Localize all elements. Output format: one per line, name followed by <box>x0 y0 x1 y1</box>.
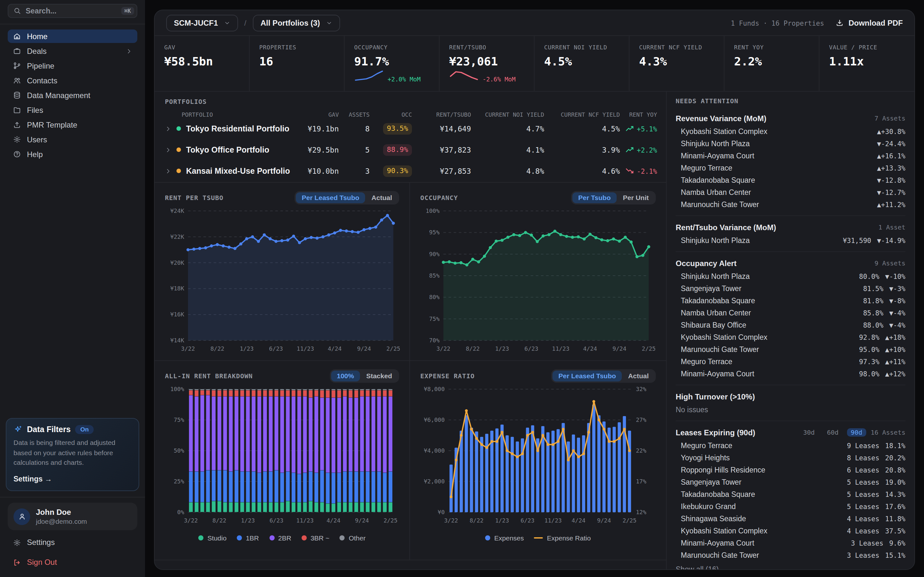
range-pill-60d[interactable]: 60d <box>823 428 842 437</box>
attention-item[interactable]: Shibaura Bay Office88.0%▼-4% <box>676 319 905 331</box>
sidebar-item-pmr-template[interactable]: PMR Template <box>8 118 137 131</box>
attention-item[interactable]: Minami-Aoyama Court▲+16.1% <box>676 149 905 161</box>
dashboard-header: SCM-JUCF1 / All Portfolios (3) 1 Funds ·… <box>155 10 914 36</box>
toggle-stacked[interactable]: Stacked <box>360 370 398 381</box>
attention-item[interactable]: Kyobashi Station Complex92.8%▲+18% <box>676 331 905 343</box>
attention-item[interactable]: Shinjuku North Plaza▼-24.4% <box>676 137 905 149</box>
attention-item[interactable]: Yoyogi Heights8 Leases20.2% <box>676 451 905 464</box>
attention-item[interactable]: Sangenjaya Tower81.5%▼-3% <box>676 282 905 294</box>
attention-item[interactable]: Roppongi Hills Residence6 Leases20.8% <box>676 464 905 476</box>
attention-item[interactable]: Shinjuku North Plaza¥31,590▼-14.9% <box>676 234 905 246</box>
svg-text:4/24: 4/24 <box>583 345 597 352</box>
svg-text:6/23: 6/23 <box>525 345 538 352</box>
kpi-value: 1.11x <box>829 55 909 68</box>
fund-select[interactable]: SCM-JUCF1 <box>166 15 238 31</box>
attention-section-header: Leases Expiring (90d)30d60d90d16 Assets <box>676 426 905 439</box>
attention-item[interactable]: Takadanobaba Square81.8%▼-8% <box>676 294 905 306</box>
folder-icon <box>13 106 21 114</box>
asset-delta: ▼-3% <box>889 284 905 292</box>
asset-value: 3 Leases <box>847 551 879 559</box>
svg-text:90%: 90% <box>429 251 439 258</box>
asset-values: 4 Leases37.5% <box>847 527 905 534</box>
range-pill-30d[interactable]: 30d <box>799 428 819 437</box>
attention-item[interactable]: Kyobashi Station Complex4 Leases37.5% <box>676 524 905 537</box>
svg-text:75%: 75% <box>429 316 439 322</box>
occupancy-chart: OCCUPANCYPer TsuboPer Unit70%75%80%85%90… <box>410 183 666 361</box>
sidebar-item-pipeline[interactable]: Pipeline <box>8 59 137 73</box>
attention-item[interactable]: Meguro Terrace▲+13.3% <box>676 161 905 174</box>
sidebar-item-help[interactable]: Help <box>8 147 137 161</box>
toggle-per-leased-tsubo[interactable]: Per Leased Tsubo <box>296 192 365 203</box>
occupancy-badge: 93.5% <box>383 123 412 134</box>
chart-canvas: 0%25%50%75%100%3/228/221/236/2311/234/24… <box>165 384 400 526</box>
attention-item[interactable]: Kyobashi Station Complex▲+30.8% <box>676 125 905 137</box>
range-pill-90d[interactable]: 90d <box>847 428 866 437</box>
user-card[interactable]: John Doe jdoe@demo.com <box>8 503 137 530</box>
asset-values: ▼-24.4% <box>877 139 905 147</box>
assets-cell: 3 <box>339 166 370 175</box>
sidebar-item-files[interactable]: Files <box>8 103 137 117</box>
attention-item[interactable]: Meguro Terrace9 Leases18.1% <box>676 439 905 451</box>
dashboard-card: SCM-JUCF1 / All Portfolios (3) 1 Funds ·… <box>154 10 915 570</box>
attention-sections: Revenue Variance (MoM)7 AssetsKyobashi S… <box>676 105 905 570</box>
attention-item[interactable]: Marunouchi Gate Tower95.0%▲+10% <box>676 343 905 355</box>
download-icon <box>836 19 844 27</box>
sidebar-item-users[interactable]: Users <box>8 133 137 146</box>
table-row[interactable]: Tokyo Residential Portfolio¥19.1bn893.5%… <box>165 118 656 139</box>
asset-delta: ▲+10% <box>885 345 905 353</box>
toggle-per-tsubo[interactable]: Per Tsubo <box>572 192 616 203</box>
toggle-per-unit[interactable]: Per Unit <box>617 192 654 203</box>
sign-out-button[interactable]: Sign Out <box>8 555 137 569</box>
asset-value: 80.0% <box>859 272 879 280</box>
search-input[interactable]: Search... ⌘K <box>8 4 137 18</box>
sidebar-item-deals[interactable]: Deals <box>8 44 137 58</box>
table-row[interactable]: Tokyo Office Portfolio¥29.5bn588.9%¥37,8… <box>165 139 656 160</box>
toggle-per-leased-tsubo[interactable]: Per Leased Tsubo <box>552 370 622 381</box>
chevron-down-icon <box>326 19 332 26</box>
attention-item[interactable]: Shinjuku North Plaza80.0%▼-10% <box>676 270 905 282</box>
download-pdf-button[interactable]: Download PDF <box>836 18 903 27</box>
kpi-delta: +2.0% MoM <box>388 76 421 83</box>
legend-dot-swatch <box>485 535 491 540</box>
table-row[interactable]: Kansai Mixed-Use Portfolio¥10.0bn390.3%¥… <box>165 160 656 181</box>
attention-item[interactable]: Sangenjaya Tower5 Leases19.0% <box>676 476 905 488</box>
show-all-link[interactable]: Show all (16) <box>676 566 905 570</box>
svg-text:2/25: 2/25 <box>642 345 655 352</box>
attention-section-header: Rent/Tsubo Variance (MoM)1 Asset <box>676 221 905 234</box>
attention-item[interactable]: Takadanobaba Square5 Leases14.3% <box>676 488 905 500</box>
asset-values: 4 Leases11.8% <box>847 514 905 522</box>
toggle-actual[interactable]: Actual <box>622 370 654 381</box>
attention-item[interactable]: Marunouchi Gate Tower3 Leases15.1% <box>676 549 905 561</box>
toggle-100-[interactable]: 100% <box>331 370 360 381</box>
attention-item[interactable]: Shinagawa Seaside4 Leases11.8% <box>676 512 905 524</box>
svg-text:27%: 27% <box>636 416 646 423</box>
pipeline-icon <box>13 61 21 70</box>
asset-name: Takadanobaba Square <box>681 297 755 304</box>
toggle-actual[interactable]: Actual <box>366 192 398 203</box>
kpi-label: RENT YOY <box>734 44 814 51</box>
portfolio-select[interactable]: All Portfolios (3) <box>253 15 340 31</box>
portfolios-panel: PORTFOLIOS PORTFOLIOGAVASSETSOCCRENT/TSU… <box>155 92 666 183</box>
attention-item[interactable]: Ikebukuro Grand5 Leases17.6% <box>676 500 905 512</box>
sidebar-item-data-management[interactable]: Data Management <box>8 89 137 102</box>
attention-item[interactable]: Takadanobaba Square▼-12.8% <box>676 174 905 186</box>
attention-item[interactable]: Marunouchi Gate Tower▲+11.2% <box>676 198 905 210</box>
asset-value: 95.0% <box>859 345 879 353</box>
column-header: PORTFOLIO <box>165 111 300 118</box>
gear-icon <box>13 135 21 143</box>
sidebar-item-settings[interactable]: Settings <box>8 535 137 550</box>
legend-dot-swatch <box>269 535 274 540</box>
attention-item[interactable]: Namba Urban Center85.8%▼-4% <box>676 306 905 319</box>
sidebar-item-home[interactable]: Home <box>8 29 137 43</box>
svg-text:9/24: 9/24 <box>612 345 626 352</box>
chart-title: RENT PER TSUBO <box>165 194 224 201</box>
user-name: John Doe <box>36 508 87 517</box>
attention-item[interactable]: Minami-Aoyama Court98.0%▲+12% <box>676 367 905 380</box>
svg-text:¥8,000: ¥8,000 <box>424 386 445 392</box>
attention-item[interactable]: Namba Urban Center▼-12.7% <box>676 186 905 198</box>
attention-item[interactable]: Minami-Aoyama Court3 Leases9.6% <box>676 537 905 549</box>
attention-item[interactable]: Meguro Terrace97.3%▲+11% <box>676 355 905 367</box>
svg-text:8/22: 8/22 <box>210 345 224 352</box>
sidebar-item-contacts[interactable]: Contacts <box>8 74 137 87</box>
data-filters-settings-link[interactable]: Settings → <box>13 475 132 483</box>
